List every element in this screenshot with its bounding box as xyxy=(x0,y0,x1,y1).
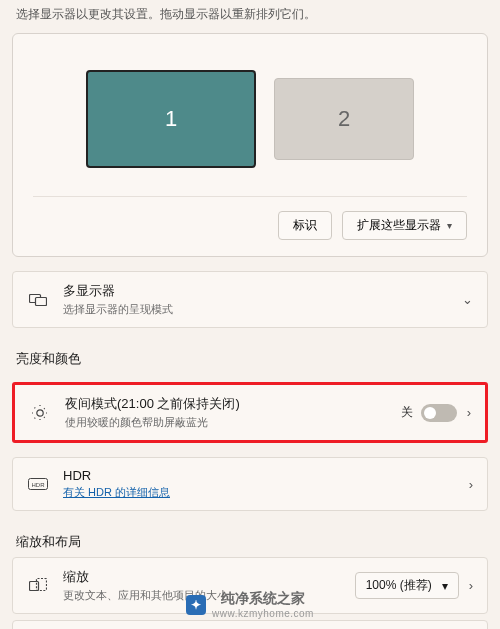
chevron-right-icon: › xyxy=(467,405,471,420)
watermark-text: 纯净系统之家 xyxy=(221,590,305,606)
hdr-icon: HDR xyxy=(27,478,49,490)
hdr-link[interactable]: 有关 HDR 的详细信息 xyxy=(63,485,455,500)
monitor-area[interactable]: 1 2 xyxy=(33,58,467,196)
monitor-1[interactable]: 1 xyxy=(86,70,256,168)
multi-display-title: 多显示器 xyxy=(63,282,448,300)
watermark-url: www.kzmyhome.com xyxy=(212,608,314,619)
hdr-title: HDR xyxy=(63,468,455,483)
night-light-row[interactable]: 夜间模式(21:00 之前保持关闭) 使用较暖的颜色帮助屏蔽蓝光 关 › xyxy=(12,382,488,443)
instruction-text: 选择显示器以更改其设置。拖动显示器以重新排列它们。 xyxy=(12,0,488,33)
night-light-icon xyxy=(29,404,51,422)
svg-line-7 xyxy=(35,407,37,409)
multi-display-icon xyxy=(27,292,49,308)
svg-point-2 xyxy=(37,409,43,415)
svg-line-10 xyxy=(44,407,46,409)
extend-displays-dropdown[interactable]: 扩展这些显示器▾ xyxy=(342,211,467,240)
svg-rect-13 xyxy=(30,581,39,590)
night-light-sub: 使用较暖的颜色帮助屏蔽蓝光 xyxy=(65,415,387,430)
multi-display-row[interactable]: 多显示器 选择显示器的呈现模式 ⌄ xyxy=(12,271,488,328)
display-arrangement-box: 1 2 标识 扩展这些显示器▾ xyxy=(12,33,488,257)
identify-button[interactable]: 标识 xyxy=(278,211,332,240)
svg-line-9 xyxy=(35,417,37,419)
hdr-row[interactable]: HDR HDR 有关 HDR 的详细信息 › xyxy=(12,457,488,511)
chevron-right-icon: › xyxy=(469,477,473,492)
night-light-title: 夜间模式(21:00 之前保持关闭) xyxy=(65,395,387,413)
svg-line-8 xyxy=(44,417,46,419)
chevron-down-icon: ▾ xyxy=(447,220,452,231)
multi-display-sub: 选择显示器的呈现模式 xyxy=(63,302,448,317)
monitor-2[interactable]: 2 xyxy=(274,78,414,160)
svg-text:HDR: HDR xyxy=(32,482,46,488)
night-light-toggle[interactable] xyxy=(421,404,457,422)
section-brightness-color: 亮度和颜色 xyxy=(16,350,484,368)
night-light-state: 关 xyxy=(401,404,413,421)
svg-rect-1 xyxy=(36,297,47,305)
chevron-down-icon: ⌄ xyxy=(462,292,473,307)
scale-title: 缩放 xyxy=(63,568,341,586)
resolution-row[interactable]: 显示器分辨率 调整分辨率以适合所连接的显示器 1920 × 1080 (推荐)▾ xyxy=(12,620,488,629)
section-scale-layout: 缩放和布局 xyxy=(16,533,484,551)
watermark: ✦ 纯净系统之家 www.kzmyhome.com xyxy=(0,590,500,619)
watermark-icon: ✦ xyxy=(186,595,206,615)
